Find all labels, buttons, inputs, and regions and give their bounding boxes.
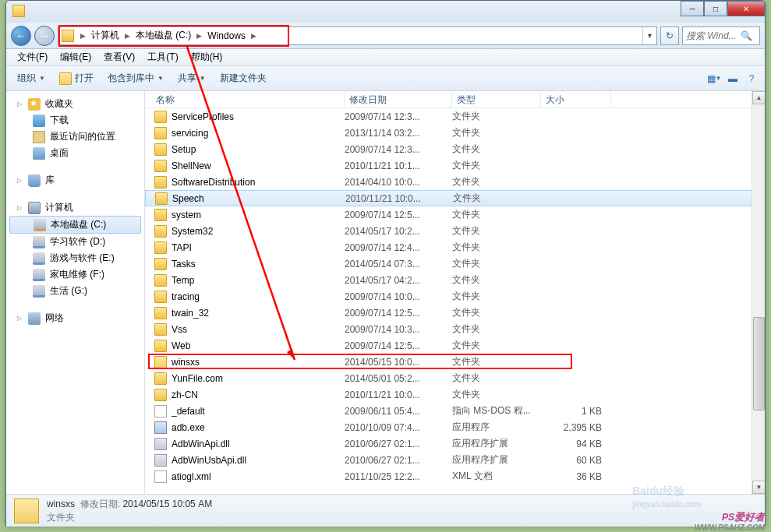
- file-row[interactable]: zh-CN2010/11/21 10:0...文件夹: [145, 386, 765, 403]
- watermark-baidu: Baidu经验jingyan.baidu.com: [632, 475, 701, 509]
- share-button[interactable]: 共享▼: [172, 69, 212, 88]
- scroll-thumb[interactable]: [753, 317, 765, 410]
- menu-tools[interactable]: 工具(T): [141, 49, 184, 65]
- chevron-right-icon[interactable]: ▶: [77, 32, 89, 40]
- refresh-button[interactable]: ↻: [660, 26, 679, 45]
- sidebar-libraries[interactable]: ▷库: [6, 172, 144, 188]
- sidebar-drive-e[interactable]: 游戏与软件 (E:): [6, 250, 144, 266]
- file-row[interactable]: AdbWinApi.dll2010/06/27 02:1...应用程序扩展94 …: [145, 435, 765, 452]
- file-row[interactable]: System322014/05/17 10:2...文件夹: [145, 223, 765, 239]
- titlebar[interactable]: ─ □ ✕: [6, 1, 765, 23]
- menu-file[interactable]: 文件(F): [11, 49, 54, 65]
- organize-button[interactable]: 组织▼: [11, 69, 51, 88]
- file-list: ServiceProfiles2009/07/14 12:3...文件夹serv…: [145, 108, 765, 484]
- sidebar-recent[interactable]: 最近访问的位置: [6, 129, 144, 145]
- close-button[interactable]: ✕: [727, 1, 765, 16]
- file-row[interactable]: twain_322009/07/14 12:5...文件夹: [145, 305, 765, 321]
- sidebar-network[interactable]: ▷网络: [6, 310, 144, 326]
- file-row[interactable]: adb.exe2010/10/09 07:4...应用程序2,395 KB: [145, 419, 765, 435]
- sidebar-drive-d[interactable]: 学习软件 (D:): [6, 234, 144, 250]
- back-button[interactable]: ←: [11, 26, 31, 46]
- file-row[interactable]: Setup2009/07/14 12:3...文件夹: [145, 141, 765, 157]
- file-row[interactable]: tracing2009/07/14 10:0...文件夹: [145, 288, 765, 305]
- xml-icon: [154, 470, 167, 483]
- include-button[interactable]: 包含到库中▼: [101, 69, 170, 88]
- folder-icon: [154, 209, 167, 221]
- file-row[interactable]: ServiceProfiles2009/07/14 12:3...文件夹: [145, 108, 765, 125]
- navbar: ← → ▶ 计算机 ▶ 本地磁盘 (C:) ▶ Windows ▶ ▼ ↻ 🔍: [6, 23, 765, 49]
- file-row[interactable]: Tasks2014/05/14 07:3...文件夹: [145, 255, 765, 272]
- file-row[interactable]: Web2009/07/14 12:5...文件夹: [145, 337, 765, 354]
- search-input[interactable]: [686, 30, 741, 41]
- drive-icon: [33, 269, 45, 281]
- folder-icon: [154, 111, 167, 123]
- file-row[interactable]: winsxs2014/05/15 10:0...文件夹: [145, 354, 765, 370]
- file-row[interactable]: servicing2013/11/14 03:2...文件夹: [145, 125, 765, 141]
- status-type: 文件夹: [47, 511, 212, 524]
- col-date[interactable]: 修改日期: [345, 91, 452, 107]
- scroll-down-button[interactable]: ▼: [752, 481, 765, 494]
- help-button[interactable]: ?: [743, 70, 760, 87]
- sidebar-drive-f[interactable]: 家电维修 (F:): [6, 266, 144, 283]
- menu-edit[interactable]: 编辑(E): [54, 49, 97, 65]
- forward-button[interactable]: →: [34, 26, 55, 46]
- preview-pane-button[interactable]: ▬: [724, 70, 741, 87]
- exe-icon: [154, 421, 167, 434]
- sidebar-drive-c[interactable]: 本地磁盘 (C:): [9, 216, 141, 234]
- new-folder-button[interactable]: 新建文件夹: [214, 69, 273, 88]
- menu-view[interactable]: 查看(V): [97, 49, 141, 65]
- menubar: 文件(F) 编辑(E) 查看(V) 工具(T) 帮助(H): [6, 49, 765, 66]
- file-row[interactable]: Speech2010/11/21 10:0...文件夹: [145, 190, 765, 206]
- column-headers: 名称 修改日期 类型 大小: [145, 91, 765, 108]
- chevron-right-icon[interactable]: ▶: [193, 32, 205, 40]
- file-row[interactable]: system2009/07/14 12:5...文件夹: [145, 206, 765, 223]
- explorer-window: ─ □ ✕ ← → ▶ 计算机 ▶ 本地磁盘 (C:) ▶ Windows ▶ …: [5, 0, 766, 527]
- folder-icon: [155, 192, 168, 205]
- maximize-button[interactable]: □: [704, 1, 727, 16]
- folder-icon: [154, 127, 167, 139]
- file-icon: [154, 405, 167, 417]
- file-row[interactable]: Vss2009/07/14 10:3...文件夹: [145, 321, 765, 337]
- open-button[interactable]: 打开: [53, 69, 100, 88]
- folder-icon: [154, 389, 167, 401]
- sidebar-drive-g[interactable]: 生活 (G:): [6, 283, 144, 299]
- toolbar: 组织▼ 打开 包含到库中▼ 共享▼ 新建文件夹 ▦ ▼ ▬ ?: [6, 66, 765, 91]
- folder-icon: [154, 258, 167, 270]
- file-row[interactable]: Temp2014/05/17 04:2...文件夹: [145, 272, 765, 288]
- col-name[interactable]: 名称: [151, 91, 345, 107]
- chevron-right-icon[interactable]: ▶: [122, 32, 133, 40]
- search-box[interactable]: 🔍: [682, 26, 760, 45]
- file-row[interactable]: AdbWinUsbApi.dll2010/06/27 02:1...应用程序扩展…: [145, 452, 765, 468]
- file-row[interactable]: _default2009/06/11 05:4...指向 MS-DOS 程...…: [145, 403, 765, 419]
- scrollbar[interactable]: ▲ ▼: [752, 91, 765, 494]
- sidebar-downloads[interactable]: 下载: [6, 112, 144, 129]
- file-row[interactable]: TAPI2009/07/14 12:4...文件夹: [145, 239, 765, 255]
- file-row[interactable]: YunFile.com2014/05/01 05:2...文件夹: [145, 370, 765, 386]
- crumb-computer[interactable]: 计算机: [89, 27, 122, 44]
- chevron-right-icon[interactable]: ▶: [248, 32, 260, 40]
- folder-icon: [154, 274, 167, 287]
- crumb-windows[interactable]: Windows: [205, 27, 248, 44]
- status-name: winsxs: [47, 499, 75, 509]
- crumb-drive-c[interactable]: 本地磁盘 (C:): [133, 27, 193, 44]
- scroll-up-button[interactable]: ▲: [752, 91, 765, 104]
- folder-icon: [154, 241, 167, 254]
- address-bar[interactable]: ▶ 计算机 ▶ 本地磁盘 (C:) ▶ Windows ▶ ▼: [58, 26, 657, 45]
- folder-icon: [154, 291, 167, 303]
- col-size[interactable]: 大小: [541, 91, 611, 107]
- address-dropdown[interactable]: ▼: [642, 27, 656, 44]
- view-options-button[interactable]: ▦ ▼: [706, 70, 723, 87]
- minimize-button[interactable]: ─: [681, 1, 704, 16]
- network-icon: [28, 312, 41, 325]
- watermark-ps: PS爱好者WWW.PSAHZ.COM: [695, 506, 765, 532]
- desktop-icon: [33, 147, 45, 160]
- search-icon: 🔍: [741, 30, 752, 41]
- folder-icon: [154, 176, 167, 188]
- sidebar-computer[interactable]: ▷计算机: [6, 199, 144, 216]
- sidebar-favorites[interactable]: ▷收藏夹: [6, 96, 144, 112]
- sidebar-desktop[interactable]: 桌面: [6, 145, 144, 161]
- menu-help[interactable]: 帮助(H): [185, 49, 229, 65]
- col-type[interactable]: 类型: [452, 91, 541, 107]
- file-row[interactable]: SoftwareDistribution2014/04/10 10:0...文件…: [145, 174, 765, 190]
- file-row[interactable]: ShellNew2010/11/21 10:1...文件夹: [145, 157, 765, 174]
